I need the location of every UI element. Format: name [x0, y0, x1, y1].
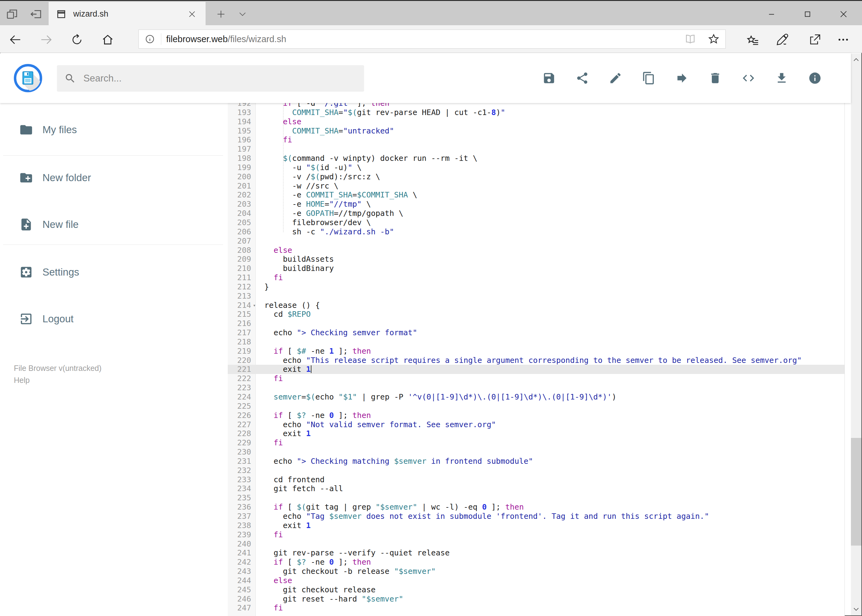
line-number[interactable]: 244 — [228, 576, 255, 585]
minimize-button[interactable] — [753, 2, 790, 26]
sidebar-item-new-folder[interactable]: New folder — [0, 164, 228, 192]
line-number[interactable]: 209 — [228, 255, 255, 264]
line-number[interactable]: 241 — [228, 548, 255, 558]
share-button[interactable] — [575, 71, 589, 85]
line-number[interactable]: 224 — [228, 393, 255, 402]
code-line-228[interactable]: 228 exit 1 — [228, 429, 845, 438]
help-link[interactable]: Help — [14, 374, 102, 386]
line-number[interactable]: 215 — [228, 310, 255, 319]
line-number[interactable]: 192 — [228, 103, 255, 108]
line-number[interactable]: 204 — [228, 209, 255, 218]
line-number[interactable]: 231 — [228, 457, 255, 466]
line-number[interactable]: 234 — [228, 484, 255, 493]
move-button[interactable] — [675, 71, 689, 85]
code-line-243[interactable]: 243 git checkout -b release "$semver" — [228, 567, 845, 576]
code-line-231[interactable]: 231 echo "> Checking matching $semver in… — [228, 457, 845, 466]
line-number[interactable]: 239 — [228, 530, 255, 539]
code-line-244[interactable]: 244 else — [228, 576, 845, 585]
line-number[interactable]: 216 — [228, 319, 255, 328]
sidebar-item-settings[interactable]: Settings — [0, 258, 228, 286]
line-number[interactable]: 246 — [228, 594, 255, 604]
code-line-219[interactable]: 219 if [ $# -ne 1 ]; then — [228, 347, 845, 356]
code-line-200[interactable]: 200 -v /$(pwd):/src:z \ — [228, 172, 845, 181]
home-button[interactable] — [101, 33, 115, 46]
code-line-209[interactable]: 209 buildAssets — [228, 255, 845, 264]
line-number[interactable]: 237 — [228, 512, 255, 521]
line-number[interactable]: 218 — [228, 337, 255, 347]
line-number[interactable]: 242 — [228, 558, 255, 567]
line-number[interactable]: 240 — [228, 539, 255, 548]
code-line-193[interactable]: 193 COMMIT_SHA="$(git rev-parse HEAD | c… — [228, 108, 845, 117]
code-line-229[interactable]: 229 fi — [228, 438, 845, 448]
code-line-201[interactable]: 201 -w //src \ — [228, 181, 845, 191]
info-button[interactable] — [808, 71, 822, 85]
code-line-247[interactable]: 247 fi — [228, 603, 845, 613]
rename-button[interactable] — [609, 71, 622, 85]
code-line-239[interactable]: 239 fi — [228, 530, 845, 539]
code-line-223[interactable]: 223 — [228, 383, 845, 393]
code-line-237[interactable]: 237 echo "Tag $semver does not exist in … — [228, 512, 845, 521]
code-line-225[interactable]: 225 — [228, 402, 845, 411]
line-number[interactable]: 203 — [228, 200, 255, 209]
share-page-button[interactable] — [808, 33, 822, 46]
sidebar-item-new-file[interactable]: New file — [0, 211, 228, 238]
tab-preview-button[interactable] — [0, 2, 24, 26]
line-number[interactable]: 217 — [228, 328, 255, 337]
url-text[interactable]: filebrowser.web/files/wizard.sh — [161, 34, 679, 44]
line-number[interactable]: 195 — [228, 126, 255, 136]
line-number[interactable]: 206 — [228, 227, 255, 236]
site-info-button[interactable] — [139, 34, 161, 44]
line-number[interactable]: 245 — [228, 585, 255, 594]
code-line-194[interactable]: 194 else — [228, 117, 845, 126]
code-line-220[interactable]: 220 echo "This release script requires a… — [228, 356, 845, 365]
line-number[interactable]: 208 — [228, 246, 255, 255]
line-number[interactable]: 213 — [228, 292, 255, 301]
line-number[interactable]: 236 — [228, 503, 255, 512]
line-number[interactable]: 205 — [228, 218, 255, 227]
search-input[interactable] — [83, 72, 357, 84]
scroll-down-button[interactable] — [851, 604, 861, 614]
line-number[interactable]: 227 — [228, 420, 255, 429]
sidebar-item-my-files[interactable]: My files — [0, 116, 228, 144]
code-line-226[interactable]: 226 if [ $? -ne 0 ]; then — [228, 411, 845, 420]
code-line-218[interactable]: 218 — [228, 337, 845, 347]
code-line-203[interactable]: 203 -e HOME="//tmp" \ — [228, 200, 845, 209]
line-number[interactable]: 232 — [228, 466, 255, 475]
filebrowser-logo[interactable] — [13, 63, 43, 93]
line-number[interactable]: 235 — [228, 493, 255, 503]
code-line-211[interactable]: 211 fi — [228, 273, 845, 282]
line-number[interactable]: 197 — [228, 145, 255, 154]
scroll-up-button[interactable] — [851, 55, 861, 65]
line-number[interactable]: 221 — [228, 365, 255, 374]
code-line-242[interactable]: 242 if [ $? -ne 0 ]; then — [228, 558, 845, 567]
code-line-232[interactable]: 232 — [228, 466, 845, 475]
code-line-240[interactable]: 240 — [228, 539, 845, 548]
forward-button[interactable] — [39, 33, 53, 46]
browser-tab[interactable]: wizard.sh — [49, 2, 206, 26]
line-number[interactable]: 193 — [228, 108, 255, 117]
line-number[interactable]: 198 — [228, 154, 255, 163]
line-number[interactable]: 196 — [228, 135, 255, 145]
code-line-222[interactable]: 222 fi — [228, 374, 845, 383]
code-line-197[interactable]: 197 — [228, 145, 845, 154]
line-number[interactable]: 194 — [228, 117, 255, 126]
code-line-214[interactable]: 214▾release () { — [228, 301, 845, 310]
code-line-196[interactable]: 196 fi — [228, 135, 845, 145]
code-line-224[interactable]: 224 semver=$(echo "$1" | grep -P '^v(0|[… — [228, 393, 845, 402]
line-number[interactable]: 230 — [228, 448, 255, 457]
new-tab-button[interactable] — [211, 2, 231, 26]
line-number[interactable]: 212 — [228, 282, 255, 292]
line-number[interactable]: 222 — [228, 374, 255, 383]
line-number[interactable]: 220 — [228, 356, 255, 365]
code-line-241[interactable]: 241 git rev-parse --verify --quiet relea… — [228, 548, 845, 558]
favorite-star-button[interactable] — [702, 33, 725, 45]
code-line-208[interactable]: 208 else — [228, 246, 845, 255]
line-number[interactable]: 219 — [228, 347, 255, 356]
copy-button[interactable] — [642, 71, 656, 85]
maximize-button[interactable] — [790, 2, 826, 26]
download-button[interactable] — [775, 71, 788, 85]
line-number[interactable]: 233 — [228, 475, 255, 484]
code-line-221[interactable]: 221 exit 1 — [228, 365, 845, 374]
fold-marker-icon[interactable]: ▾ — [253, 301, 256, 310]
set-aside-tabs-button[interactable] — [24, 2, 48, 26]
